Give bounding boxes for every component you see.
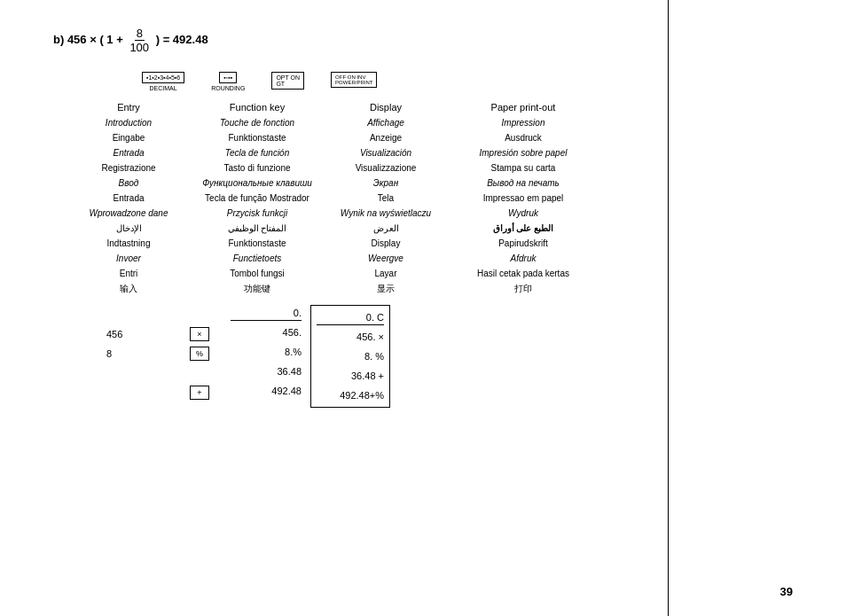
formula-text: b) 456 × ( 1 + 8 100 ) = 492.48 (53, 33, 208, 46)
key-pct-btn: % (190, 347, 209, 361)
lbl-r5-c3: Экран (328, 176, 443, 191)
lbl-r7-c4: Wydruk (443, 207, 603, 221)
header-entry: Entry (71, 100, 186, 115)
formula-suffix: ) = 492.48 (156, 33, 208, 46)
entry-column: 456 8 (106, 305, 168, 408)
icon-power: OFF·ON·INVPOWER/PRINT (331, 72, 377, 90)
lbl-r3-c3: Visualización (328, 146, 443, 160)
lbl-r10-c1: Invoer (71, 252, 186, 266)
power-icon: OFF·ON·INVPOWER/PRINT (331, 72, 377, 88)
lbl-r3-c4: Impresión sobre papel (443, 146, 603, 160)
lbl-r1-c1: Introduction (71, 116, 186, 130)
print-val-2: 8. % (317, 348, 384, 364)
decimal-label: DECIMAL (150, 85, 177, 91)
opt-gt-icon: OPT ONGT (271, 72, 304, 90)
fraction-numerator: 8 (135, 27, 145, 41)
lbl-r11-c1: Entri (71, 267, 186, 281)
lbl-r9-c1: Indtastning (71, 237, 186, 251)
lbl-r1-c3: Affichage (328, 116, 443, 130)
key-mul-btn: × (190, 327, 209, 341)
lbl-r9-c3: Display (328, 237, 443, 251)
display-val-4: 492.48 (231, 383, 302, 399)
steps-wrapper: 456 8 × % + 0. 456. 8.% 36.48 492.48 (106, 305, 793, 408)
lbl-r8-c2: المفتاح الوظيفي (186, 222, 328, 236)
lbl-r11-c4: Hasil cetak pada kertas (443, 267, 603, 281)
lbl-r7-c3: Wynik na wyświetlaczu (328, 207, 443, 221)
lbl-r10-c3: Weergve (328, 252, 443, 266)
display-val-1: 456. (231, 324, 302, 340)
formula-prefix: b) 456 × ( 1 + (53, 33, 123, 46)
print-val-1: 456. × (317, 329, 384, 345)
header-paper-print: Paper print-out (443, 100, 603, 115)
lbl-r2-c1: Eingabe (71, 131, 186, 145)
key-mul: × (190, 326, 209, 342)
lbl-r7-c1: Wprowadzone dane (71, 207, 186, 221)
formula-section: b) 456 × ( 1 + 8 100 ) = 492.48 (53, 27, 793, 54)
divider-line (668, 0, 669, 616)
lbl-r6-c2: Tecla de função Mostrador (186, 191, 328, 206)
lbl-r12-c4: 打印 (443, 282, 603, 296)
display-val-2: 8.% (231, 344, 302, 360)
entry-val-1: 456 (106, 326, 168, 342)
lbl-r4-c1: Registrazione (71, 161, 186, 175)
print-val-4: 492.48+% (317, 387, 384, 403)
entry-val-2: 8 (106, 346, 168, 362)
lbl-r11-c2: Tombol fungsi (186, 267, 328, 281)
lbl-r10-c4: Afdruk (443, 252, 603, 266)
key-pct: % (190, 346, 209, 362)
print-column: 0. C 456. × 8. % 36.48 + 492.48+% (310, 305, 390, 408)
entry-val-4 (106, 385, 168, 401)
page-container: b) 456 × ( 1 + 8 100 ) = 492.48 ▪1▪2▪3▪4… (0, 0, 846, 616)
lbl-r12-c1: 输入 (71, 282, 186, 296)
lbl-r9-c4: Papirudskrift (443, 237, 603, 251)
key-plus-btn: + (190, 386, 209, 400)
display-header: 0. (231, 305, 302, 321)
lbl-r8-c1: الإدخال (71, 222, 186, 236)
lbl-r4-c4: Stampa su carta (443, 161, 603, 175)
header-display: Display (328, 100, 443, 115)
fraction-denominator: 100 (128, 41, 151, 54)
lbl-r4-c3: Visualizzazione (328, 161, 443, 175)
page-number: 39 (780, 585, 793, 598)
lbl-r2-c2: Funktionstaste (186, 131, 328, 145)
lbl-r2-c3: Anzeige (328, 131, 443, 145)
lbl-r6-c1: Entrada (71, 191, 186, 206)
lbl-r7-c2: Przycisk funkcji (186, 207, 328, 221)
lbl-r11-c3: Layar (328, 267, 443, 281)
labels-table: Entry Function key Display Paper print-o… (71, 100, 793, 296)
lbl-r5-c1: Ввод (71, 176, 186, 191)
lbl-r5-c2: Функциональные клавиши (186, 176, 328, 191)
print-header: 0. C (317, 309, 384, 325)
icon-rounding: ▪▫▪▪ ROUNDING (211, 72, 245, 91)
lbl-r12-c2: 功能键 (186, 282, 328, 296)
lbl-r5-c4: Вывод на печать (443, 176, 603, 191)
icon-decimal: ▪1▪2▪3▪4▪5▪6 DECIMAL (142, 72, 184, 91)
lbl-r6-c3: Tela (328, 191, 443, 206)
entry-val-3 (106, 365, 168, 381)
print-val-3: 36.48 + (317, 368, 384, 384)
lbl-r2-c4: Ausdruck (443, 131, 603, 145)
lbl-r6-c4: Impressao em papel (443, 191, 603, 206)
lbl-r1-c4: Impression (443, 116, 603, 130)
icon-opt-gt: OPT ONGT (271, 72, 304, 91)
rounding-label: ROUNDING (211, 85, 245, 91)
keys-column: × % + (177, 305, 222, 408)
icons-row: ▪1▪2▪3▪4▪5▪6 DECIMAL ▪▫▪▪ ROUNDING OPT O… (142, 72, 793, 91)
lbl-r3-c1: Entrada (71, 146, 186, 160)
decimal-icon: ▪1▪2▪3▪4▪5▪6 (142, 72, 184, 83)
key-plus: + (190, 385, 209, 401)
lbl-r3-c2: Tecla de función (186, 146, 328, 160)
lbl-r8-c3: العرض (328, 222, 443, 236)
lbl-r1-c2: Touche de fonction (186, 116, 328, 130)
lbl-r12-c3: 显示 (328, 282, 443, 296)
rounding-icon: ▪▫▪▪ (219, 72, 237, 83)
lbl-r8-c4: الطبع على أوراق (443, 222, 603, 236)
lbl-r4-c2: Tasto di funzione (186, 161, 328, 175)
display-column: 0. 456. 8.% 36.48 492.48 (231, 305, 302, 408)
header-function-key: Function key (186, 100, 328, 115)
lbl-r9-c2: Funktionstaste (186, 237, 328, 251)
fraction: 8 100 (128, 27, 151, 54)
lbl-r10-c2: Functietoets (186, 252, 328, 266)
display-val-3: 36.48 (231, 363, 302, 379)
